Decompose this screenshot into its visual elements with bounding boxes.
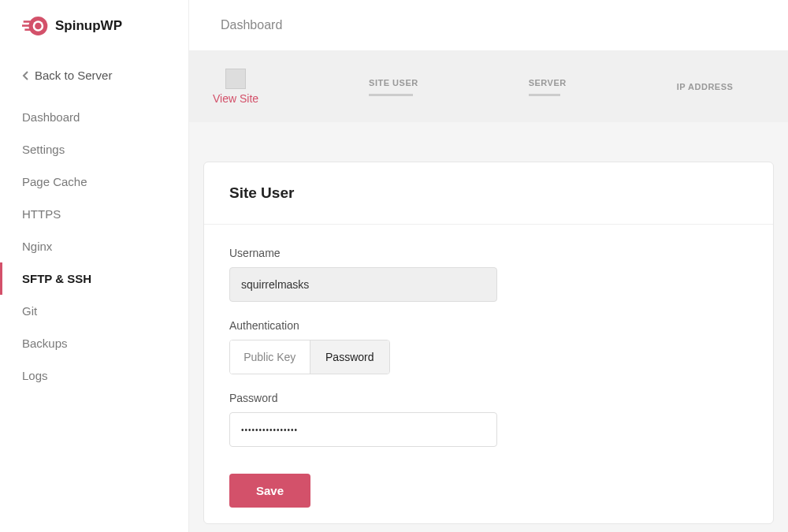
sidebar-nav: Dashboard Settings Page Cache HTTPS Ngin…	[0, 96, 188, 396]
view-site-button[interactable]: View Site	[213, 69, 258, 105]
site-user-card: Site User Username Authentication Public…	[203, 162, 774, 524]
username-label: Username	[229, 247, 748, 259]
back-to-server-link[interactable]: Back to Server	[0, 51, 188, 96]
sidebar-item-logs[interactable]: Logs	[0, 359, 188, 392]
sidebar-item-git[interactable]: Git	[0, 295, 188, 327]
username-field[interactable]	[229, 267, 497, 302]
card-title: Site User	[229, 184, 748, 202]
info-ip-address: IP ADDRESS	[677, 82, 734, 91]
save-button[interactable]: Save	[229, 474, 310, 508]
svg-point-5	[35, 22, 42, 29]
card-body: Username Authentication Public Key Passw…	[204, 225, 773, 523]
back-link-label: Back to Server	[35, 69, 112, 82]
info-server: SERVER	[529, 78, 567, 96]
auth-toggle: Public Key Password	[229, 340, 390, 374]
svg-rect-1	[24, 20, 31, 23]
sidebar-item-https[interactable]: HTTPS	[0, 198, 188, 230]
sidebar-item-sftp-ssh[interactable]: SFTP & SSH	[0, 262, 188, 295]
authentication-label: Authentication	[229, 319, 748, 332]
svg-rect-3	[24, 28, 30, 31]
spinupwp-logo-icon	[22, 15, 49, 37]
breadcrumb: Dashboard	[221, 18, 282, 32]
top-bar: Dashboard	[189, 0, 788, 51]
sidebar-item-backups[interactable]: Backups	[0, 327, 188, 359]
info-site-user: SITE USER	[369, 78, 418, 96]
main: Dashboard View Site SITE USER SERVER IP …	[189, 0, 788, 532]
view-site-label: View Site	[213, 92, 258, 105]
sidebar-item-nginx[interactable]: Nginx	[0, 230, 188, 262]
brand-name: SpinupWP	[55, 18, 122, 34]
sidebar-item-settings[interactable]: Settings	[0, 133, 188, 166]
chevron-left-icon	[22, 71, 28, 80]
content-area: Site User Username Authentication Public…	[189, 122, 788, 532]
auth-option-password[interactable]: Password	[310, 340, 390, 374]
sidebar-item-dashboard[interactable]: Dashboard	[0, 101, 188, 133]
svg-rect-2	[22, 24, 30, 27]
password-label: Password	[229, 392, 748, 404]
card-header: Site User	[204, 162, 773, 225]
sidebar: SpinupWP Back to Server Dashboard Settin…	[0, 0, 189, 532]
auth-option-public-key[interactable]: Public Key	[230, 340, 310, 374]
sidebar-item-page-cache[interactable]: Page Cache	[0, 166, 188, 198]
logo[interactable]: SpinupWP	[0, 0, 188, 51]
info-bar: View Site SITE USER SERVER IP ADDRESS	[189, 51, 788, 122]
password-field[interactable]	[229, 412, 497, 447]
site-thumbnail-icon	[225, 69, 246, 89]
